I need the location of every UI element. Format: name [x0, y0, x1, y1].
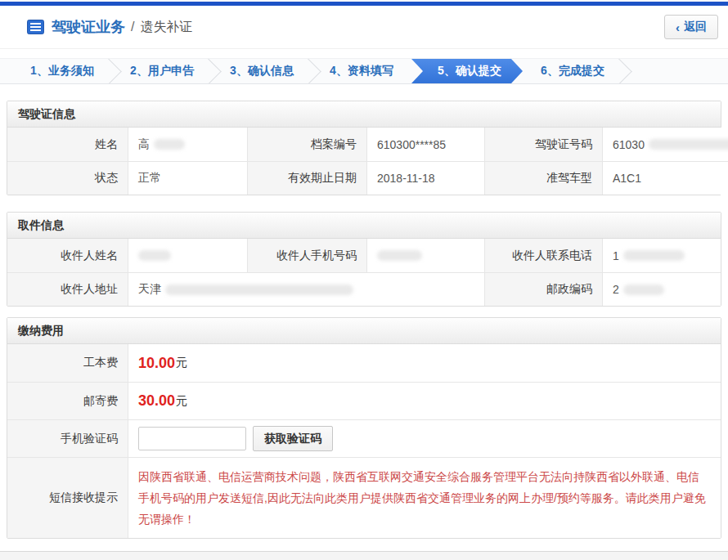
name-label: 姓名	[7, 128, 128, 161]
list-icon	[27, 20, 44, 34]
pickup-info-section: 取件信息 收件人姓名 收件人手机号码 收件人联系电话 1 收件人地址 天津 邮政…	[7, 212, 721, 307]
vehicle-type-value: A1C1	[602, 161, 728, 195]
redacted-text	[623, 250, 685, 261]
vehicle-type-value-text: A1C1	[613, 172, 641, 185]
work-fee-label: 工本费	[7, 344, 128, 382]
recipient-address-value: 天津	[128, 272, 484, 306]
sms-code-label: 手机验证码	[7, 419, 128, 457]
license-no-label: 驾驶证号码	[484, 128, 602, 161]
breadcrumb-separator: /	[131, 20, 134, 34]
license-info-section: 驾驶证信息 姓名 高 档案编号 610300****85 驾驶证号码 61030…	[7, 101, 721, 195]
file-no-value: 610300****85	[366, 128, 484, 161]
sms-notice-label: 短信接收提示	[7, 457, 128, 538]
step-label: 4、资料填写	[330, 64, 393, 78]
recipient-phone-value-text: 1	[613, 249, 619, 262]
expiry-label: 有效期止日期	[247, 161, 366, 195]
recipient-name-value	[128, 239, 247, 272]
recipient-phone-label: 收件人联系电话	[484, 239, 602, 272]
work-fee-amount: 10.00	[138, 355, 175, 372]
expiry-value-text: 2018-11-18	[377, 172, 435, 185]
payment-section-title: 缴纳费用	[7, 318, 721, 344]
file-no-label: 档案编号	[247, 128, 366, 161]
step-label: 6、完成提交	[541, 64, 604, 78]
license-no-value-text: 61030	[613, 138, 645, 151]
fee-unit: 元	[176, 394, 187, 409]
pickup-info-table: 收件人姓名 收件人手机号码 收件人联系电话 1 收件人地址 天津 邮政编码 2	[7, 239, 721, 306]
file-no-value-text: 610300****85	[377, 138, 446, 151]
recipient-phone-value: 1	[602, 239, 721, 272]
fee-unit: 元	[176, 356, 187, 370]
page: 驾驶证业务 / 遗失补证 ‹ 返回 1、业务须知 2、用户申告 3、确认信息 4…	[0, 0, 728, 560]
recipient-address-value-text: 天津	[138, 282, 161, 297]
pickup-section-title: 取件信息	[7, 213, 721, 239]
step-5-confirm-submit-active: 5、确认提交	[411, 59, 523, 83]
recipient-mobile-value	[366, 239, 484, 272]
breadcrumb-current: 遗失补证	[140, 19, 192, 36]
postage-fee-amount: 30.00	[138, 392, 175, 410]
sms-code-input[interactable]	[138, 427, 246, 450]
redacted-text	[649, 139, 728, 150]
redacted-text	[377, 250, 422, 261]
name-value: 高	[128, 128, 247, 161]
status-label: 状态	[7, 161, 128, 195]
postal-code-label: 邮政编码	[484, 272, 602, 306]
get-code-button[interactable]: 获取验证码	[253, 426, 333, 451]
postal-code-value: 2	[602, 272, 721, 306]
recipient-mobile-label: 收件人手机号码	[247, 239, 366, 272]
work-fee-value: 10.00 元	[128, 344, 721, 382]
sms-notice-text: 因陕西省联通、电信运营商技术问题，陕西省互联网交通安全综合服务管理平台无法向持陕…	[138, 466, 709, 530]
step-4-fill-data: 4、资料填写	[312, 59, 411, 83]
recipient-address-label: 收件人地址	[7, 272, 128, 306]
payment-table: 工本费 10.00 元 邮寄费 30.00 元 手机验证码 获取验证码 短信接收…	[7, 344, 721, 538]
postage-fee-label: 邮寄费	[7, 382, 128, 419]
payment-section: 缴纳费用 工本费 10.00 元 邮寄费 30.00 元 手机验证码 获取验证码…	[7, 317, 721, 539]
license-section-title: 驾驶证信息	[7, 101, 721, 128]
page-title: 驾驶证业务	[52, 17, 125, 37]
postage-fee-value: 30.00 元	[128, 382, 721, 419]
sms-code-row: 获取验证码	[128, 419, 721, 457]
status-value: 正常	[128, 161, 247, 195]
license-no-value: 61030	[602, 128, 728, 161]
step-label: 5、确认提交	[438, 64, 501, 78]
status-value-text: 正常	[138, 171, 161, 186]
page-header: 驾驶证业务 / 遗失补证 ‹ 返回	[0, 6, 728, 49]
redacted-text	[154, 139, 185, 150]
recipient-name-label: 收件人姓名	[7, 239, 128, 272]
expiry-value: 2018-11-18	[366, 161, 484, 195]
redacted-text	[138, 250, 171, 261]
wizard-steps: 1、业务须知 2、用户申告 3、确认信息 4、资料填写 5、确认提交 6、完成提…	[0, 58, 728, 84]
license-info-table: 姓名 高 档案编号 610300****85 驾驶证号码 61030 状态 正常…	[7, 128, 721, 195]
steps-filler	[622, 59, 728, 83]
step-label: 1、业务须知	[30, 64, 94, 78]
back-button-label: 返回	[684, 20, 707, 34]
vehicle-type-label: 准驾车型	[484, 161, 602, 195]
redacted-text	[165, 284, 353, 295]
name-value-text: 高	[138, 137, 150, 152]
chevron-left-icon: ‹	[676, 21, 680, 34]
step-label: 2、用户申告	[130, 64, 194, 78]
sms-notice-cell: 因陕西省联通、电信运营商技术问题，陕西省互联网交通安全综合服务管理平台无法向持陕…	[128, 457, 721, 538]
postal-code-value-text: 2	[613, 283, 619, 296]
step-label: 3、确认信息	[230, 64, 294, 78]
bottom-strip	[0, 551, 728, 560]
back-button[interactable]: ‹ 返回	[664, 15, 718, 39]
redacted-text	[623, 284, 664, 295]
